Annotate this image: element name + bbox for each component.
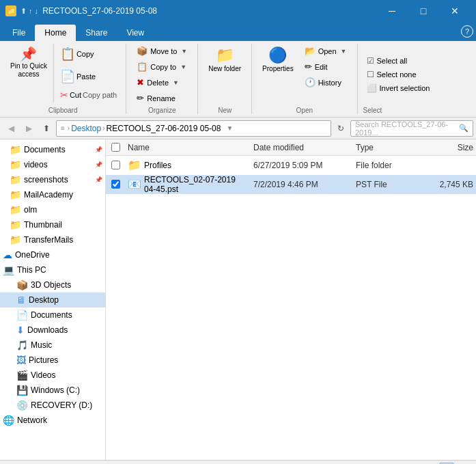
sidebar-item-label: OneDrive: [15, 250, 50, 260]
sidebar-item-label: MailAcademy: [24, 190, 73, 200]
open-button[interactable]: 📂 Open ▼: [300, 44, 352, 58]
sidebar-item-olm[interactable]: 📁 olm: [0, 202, 105, 217]
search-placeholder: Search RECTOOLS_27-06-2019...: [355, 120, 456, 137]
folder-icon: ⬇: [16, 325, 25, 336]
sidebar-item-thispc[interactable]: 💻 This PC: [0, 262, 105, 277]
move-to-button[interactable]: 📦 Move to ▼: [132, 44, 192, 58]
copy-to-button[interactable]: 📋 Copy to ▼: [132, 59, 192, 74]
col-header-name[interactable]: Name: [125, 143, 251, 152]
sidebar-item-3dobjects[interactable]: 📦 3D Objects: [0, 277, 105, 292]
paste-label: Paste: [76, 72, 96, 81]
sidebar-item-label: Windows (C:): [31, 385, 80, 395]
address-bar[interactable]: ≡ › Desktop › RECTOOLS_27-06-2019 05-08 …: [56, 120, 331, 137]
table-row[interactable]: 📁 Profiles 6/27/2019 5:09 PM File folder: [106, 156, 476, 175]
new-folder-button[interactable]: 📁 New folder: [204, 44, 246, 76]
up-button[interactable]: ⬆: [38, 120, 55, 137]
ribbon-group-organize: 📦 Move to ▼ 📋 Copy to ▼ ✖ Delete ▼ ✏ Ren…: [126, 44, 198, 114]
sidebar-item-network[interactable]: 🌐 Network: [0, 413, 105, 428]
table-row[interactable]: 📧 RECTOOLS_02-07-2019 04-45.pst 7/2/2019…: [106, 175, 476, 194]
sidebar-item-documents2[interactable]: 📄 Documents: [0, 308, 105, 323]
sidebar-item-label: Documents: [31, 310, 72, 320]
tab-view[interactable]: View: [117, 25, 154, 41]
sidebar-item-downloads[interactable]: ⬇ Downloads: [0, 323, 105, 338]
sidebar-item-mailacademy[interactable]: 📁 MailAcademy: [0, 187, 105, 202]
sidebar-item-label: Thumbnail: [24, 220, 62, 230]
window-title: RECTOOLS_27-06-2019 05-08: [42, 6, 157, 16]
select-all-checkbox[interactable]: [111, 143, 120, 152]
properties-button[interactable]: 🔵 Properties: [257, 44, 298, 76]
col-header-type[interactable]: Type: [353, 143, 421, 152]
row-check[interactable]: [106, 180, 125, 189]
row-check[interactable]: [106, 161, 125, 169]
addr-desktop[interactable]: Desktop: [71, 124, 101, 133]
maximize-button[interactable]: □: [408, 0, 439, 22]
sidebar-item-onedrive[interactable]: ☁ OneDrive: [0, 247, 105, 262]
copy-button[interactable]: 📋 Copy: [57, 44, 120, 64]
col-header-size[interactable]: Size: [421, 143, 476, 152]
file-type-cell: File folder: [353, 161, 421, 170]
refresh-button[interactable]: ↻: [333, 120, 349, 137]
paste-button[interactable]: 📄 Paste: [57, 66, 120, 87]
onedrive-icon: ☁: [3, 249, 12, 260]
open-buttons: 🔵 Properties 📂 Open ▼ ✏ Edit 🕐 History: [257, 44, 351, 105]
cut-label: Cut: [70, 91, 81, 99]
organize-buttons: 📦 Move to ▼ 📋 Copy to ▼ ✖ Delete ▼ ✏ Ren…: [132, 44, 192, 105]
tab-share[interactable]: Share: [76, 25, 117, 41]
folder-icon: 📁: [128, 159, 141, 172]
sidebar-item-documents[interactable]: 📁 Documents 📌: [0, 142, 105, 157]
sidebar-item-transfermails[interactable]: 📁 TransferMails: [0, 232, 105, 247]
folder-icon: 🖼: [16, 355, 26, 366]
invert-selection-button[interactable]: ⬜ Invert selection: [363, 82, 434, 94]
header-check[interactable]: [106, 143, 125, 152]
quick-access-icons: ⬆ ↑ ↓: [20, 7, 38, 16]
sidebar-item-recoveryd[interactable]: 💿 RECOVERY (D:): [0, 398, 105, 413]
file-name-cell: 📧 RECTOOLS_02-07-2019 04-45.pst: [125, 175, 251, 194]
tab-home[interactable]: Home: [35, 25, 76, 41]
file-pane: Name Date modified Type Size 📁 Profiles …: [106, 139, 476, 460]
sidebar-item-music[interactable]: 🎵 Music: [0, 338, 105, 353]
folder-icon: 📁: [10, 234, 21, 245]
folder-icon: 🎬: [16, 370, 28, 381]
back-button[interactable]: ◀: [3, 120, 19, 137]
help-button[interactable]: ?: [461, 25, 473, 38]
search-icon[interactable]: 🔍: [459, 124, 468, 133]
sidebar-item-windowsc[interactable]: 💾 Windows (C:): [0, 383, 105, 398]
folder-icon: 📁: [10, 204, 21, 215]
sidebar-item-videos[interactable]: 📁 videos 📌: [0, 157, 105, 172]
col-header-modified[interactable]: Date modified: [251, 143, 353, 152]
select-all-button[interactable]: ☑ Select all: [363, 55, 434, 67]
search-bar[interactable]: Search RECTOOLS_27-06-2019... 🔍: [350, 120, 473, 137]
sidebar-item-thumbnail[interactable]: 📁 Thumbnail: [0, 217, 105, 232]
file-type-cell: PST File: [353, 180, 421, 189]
ribbon-group-open: 🔵 Properties 📂 Open ▼ ✏ Edit 🕐 History: [252, 44, 357, 114]
sidebar-item-desktop[interactable]: 🖥 Desktop: [0, 292, 105, 308]
rename-button[interactable]: ✏ Rename: [132, 91, 192, 105]
history-button[interactable]: 🕐 History: [300, 75, 352, 90]
sidebar-item-label: Music: [31, 340, 52, 350]
sidebar-item-label: RECOVERY (D:): [31, 400, 92, 410]
clipboard-label: Clipboard: [48, 105, 78, 114]
pin-to-quickaccess-button[interactable]: 📌 Pin to Quickaccess: [5, 44, 52, 82]
address-parts: › Desktop › RECTOOLS_27-06-2019 05-08: [68, 124, 221, 133]
open-label: Open: [296, 105, 313, 114]
sidebar: 📁 Documents 📌 📁 videos 📌 📁 screenshots 📌…: [0, 139, 106, 460]
sidebar-item-label: olm: [24, 205, 37, 215]
close-button[interactable]: ✕: [439, 0, 471, 22]
cut-button[interactable]: ✂ Cut Copy path: [57, 87, 120, 103]
edit-button[interactable]: ✏ Edit: [300, 59, 352, 74]
minimize-button[interactable]: ─: [376, 0, 408, 22]
sidebar-item-label: Network: [17, 415, 47, 425]
folder-icon: 📁: [10, 174, 21, 185]
select-none-button[interactable]: ☐ Select none: [363, 68, 434, 81]
sidebar-item-pictures[interactable]: 🖼 Pictures: [0, 353, 105, 368]
sidebar-item-screenshots[interactable]: 📁 screenshots 📌: [0, 172, 105, 187]
tab-file[interactable]: File: [3, 25, 35, 41]
sidebar-item-label: videos: [24, 160, 48, 169]
clipboard-buttons: 📌 Pin to Quickaccess 📋 Copy 📄 Paste ✂ Cu…: [5, 44, 120, 105]
delete-button[interactable]: ✖ Delete ▼: [132, 75, 192, 90]
sidebar-item-videos2[interactable]: 🎬 Videos: [0, 368, 105, 383]
pin-icon: 📌: [95, 176, 102, 183]
folder-icon: 📄: [16, 310, 28, 320]
forward-button[interactable]: ▶: [20, 120, 37, 137]
new-label: New: [218, 105, 232, 114]
